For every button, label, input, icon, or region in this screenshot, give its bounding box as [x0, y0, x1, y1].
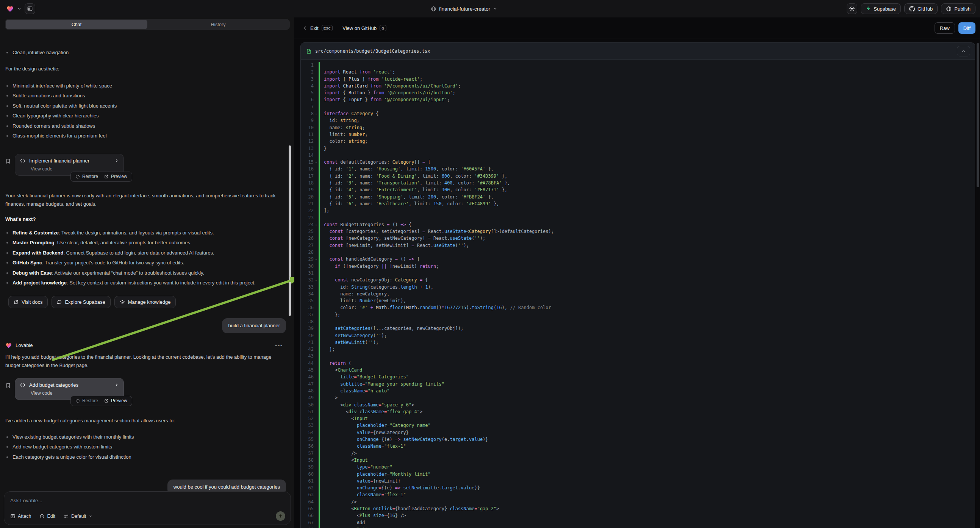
line-number: 37	[301, 311, 313, 318]
raw-toggle-button[interactable]: Raw	[935, 22, 955, 34]
lovable-logo-heart-icon[interactable]	[6, 5, 14, 13]
fold-chevron-icon[interactable]: ⌄	[313, 159, 318, 165]
line-number: 1	[301, 62, 313, 68]
code-text: <Input	[318, 457, 368, 464]
fold-gutter	[313, 353, 318, 359]
code-line: 22];	[301, 207, 975, 214]
fold-gutter	[313, 138, 318, 145]
code-line: 9 id: string;	[301, 117, 975, 124]
tab-history[interactable]: History	[147, 20, 289, 29]
toggle-sidebar-button[interactable]	[25, 3, 35, 14]
user-message-bubble: would be cool if you could add budget ca…	[167, 480, 286, 491]
code-line: 21 { id: '6', name: 'Healthcare', limit:…	[301, 200, 975, 207]
chat-scrollback[interactable]: Clean, intuitive navigation For the desi…	[0, 46, 294, 491]
message-more-options-icon[interactable]: •••	[275, 342, 283, 348]
code-text: color: string;	[318, 138, 368, 145]
line-number: 11	[301, 131, 313, 138]
preview-button[interactable]: Preview	[104, 174, 127, 179]
line-number: 4	[301, 83, 313, 89]
code-text: const newCategoryObj: Category = {	[318, 277, 428, 283]
visit-docs-button[interactable]: Visit docs	[8, 296, 48, 308]
attach-button[interactable]: Attach	[10, 514, 31, 519]
fold-gutter	[313, 242, 318, 249]
code-text: />	[318, 450, 357, 457]
assistant-name: Lovable	[16, 342, 272, 348]
view-on-github-button[interactable]: View on GitHub G	[342, 25, 386, 31]
explore-supabase-button[interactable]: Explore Supabase	[51, 296, 110, 308]
diff-toggle-button[interactable]: Diff	[958, 22, 975, 34]
file-header-bar[interactable]: src/components/budget/BudgetCategories.t…	[301, 43, 975, 60]
chat-input[interactable]	[10, 498, 285, 503]
line-number: 19	[301, 186, 313, 193]
code-line: 4import ChartCard from '@/components/ui/…	[301, 83, 975, 89]
chevron-right-icon[interactable]	[115, 383, 119, 387]
code-text: import { Input } from '@/components/ui/i…	[318, 96, 450, 103]
code-text: interface Category {	[318, 110, 379, 117]
tab-chat[interactable]: Chat	[6, 20, 147, 29]
code-text: <Button onClick={handleAddCategory} clas…	[318, 505, 499, 512]
fold-chevron-icon[interactable]: ⌄	[313, 256, 318, 262]
view-code-link[interactable]: View code	[31, 391, 119, 396]
list-item: Glass-morphic elements for a premium fee…	[5, 131, 286, 141]
composer: Attach Edit Default	[4, 491, 291, 525]
fold-gutter	[313, 491, 318, 498]
edit-mode-button[interactable]: Edit	[40, 514, 55, 519]
fold-gutter	[313, 180, 318, 186]
chat-bubble-icon	[57, 300, 62, 305]
code-text: { id: '6', name: 'Healthcare', limit: 15…	[318, 200, 499, 207]
fold-gutter	[313, 96, 318, 103]
project-switcher[interactable]: financial-future-creator	[431, 6, 497, 12]
code-scrollbar-thumb[interactable]	[977, 43, 979, 187]
version-card-implement-financial-planner[interactable]: Implement financial planner View code Re…	[15, 154, 124, 176]
code-line: 32⌄ const newCategoryObj: Category = {	[301, 277, 975, 283]
fold-gutter	[313, 325, 318, 332]
restore-preview-toolbar: Restore Preview	[70, 396, 132, 406]
github-button[interactable]: GitHub	[904, 3, 937, 14]
fold-gutter	[313, 173, 318, 180]
chevron-right-icon[interactable]	[115, 158, 119, 163]
version-card-add-budget-categories[interactable]: Add budget categories View code Restore	[15, 378, 124, 400]
fold-gutter	[313, 526, 318, 528]
line-number: 20	[301, 194, 313, 200]
line-number: 55	[301, 436, 313, 443]
settings-button[interactable]	[846, 3, 857, 14]
manage-knowledge-button[interactable]: Manage knowledge	[115, 296, 176, 308]
fold-gutter	[313, 263, 318, 270]
fold-gutter	[313, 186, 318, 193]
fold-chevron-icon[interactable]: ⌄	[313, 110, 318, 117]
code-text: { id: '3', name: 'Transportation', limit…	[318, 180, 510, 186]
added-paragraph: I've added a new budget categories manag…	[5, 417, 286, 425]
code-line: 50 <div className="space-y-6">	[301, 401, 975, 408]
code-text: placeholder="Monthly limit"	[318, 471, 431, 478]
send-button[interactable]	[276, 511, 285, 521]
exit-button[interactable]: Exit ESC	[303, 25, 332, 31]
code-text: setNewLimit('');	[318, 339, 379, 346]
restore-button[interactable]: Restore	[75, 398, 98, 403]
workspace-chevron-down-icon[interactable]	[17, 6, 22, 11]
view-code-link[interactable]: View code	[31, 166, 119, 172]
bookmark-icon[interactable]	[5, 383, 11, 388]
supabase-button[interactable]: Supabase	[861, 3, 901, 14]
bookmark-icon[interactable]	[5, 158, 11, 164]
fold-chevron-icon[interactable]: ⌄	[313, 221, 318, 228]
chat-scrollbar-thumb[interactable]	[289, 145, 291, 316]
fold-gutter	[313, 394, 318, 401]
line-number: 35	[301, 297, 313, 304]
collapse-file-button[interactable]	[957, 46, 970, 56]
user-message-row: would be cool if you could add budget ca…	[0, 480, 286, 491]
code-line: 55 onChange={(e) => setNewCategory(e.tar…	[301, 436, 975, 443]
list-item: Each category gets a unique color for vi…	[5, 452, 286, 463]
lovable-avatar-heart-icon	[5, 342, 12, 349]
file-path: src/components/budget/BudgetCategories.t…	[315, 48, 957, 54]
fold-chevron-icon[interactable]: ⌄	[313, 277, 318, 283]
fold-gutter	[313, 478, 318, 484]
restore-button[interactable]: Restore	[75, 174, 98, 179]
fold-gutter	[313, 388, 318, 394]
line-number: 58	[301, 457, 313, 464]
code-editor[interactable]: 1 2import React from 'react';3import { P…	[301, 60, 975, 528]
code-text: import { Button } from '@/components/ui/…	[318, 89, 455, 96]
code-line: 64 />	[301, 498, 975, 505]
model-selector[interactable]: Default	[64, 514, 92, 519]
preview-button[interactable]: Preview	[104, 398, 127, 403]
publish-button[interactable]: Publish	[941, 3, 975, 14]
